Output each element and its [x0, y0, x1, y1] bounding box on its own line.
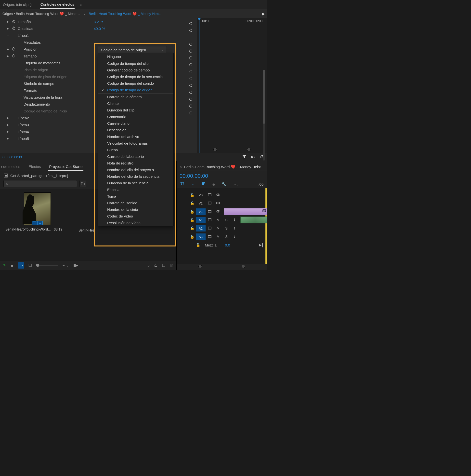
sync-lock-icon[interactable]	[206, 218, 214, 222]
dropdown-item[interactable]: Cliente	[98, 100, 173, 107]
dropdown-item[interactable]: Escena	[98, 186, 173, 193]
lock-icon[interactable]: 🔓	[196, 243, 200, 247]
stopwatch-icon[interactable]	[12, 26, 18, 31]
dropdown-item[interactable]: Nombre del clip del proyecto	[98, 167, 173, 173]
dropdown-item[interactable]: Ninguno	[98, 53, 173, 60]
param-linea1[interactable]: ⌄ Línea1	[0, 32, 197, 39]
dropdown-item[interactable]: Códec de vídeo	[98, 213, 173, 220]
lock-icon[interactable]: 🔓	[188, 226, 196, 230]
dropdown-item-selected[interactable]: Código de tiempo de origen	[98, 87, 173, 94]
panel-menu-icon[interactable]: ≡	[80, 2, 82, 7]
close-tab-icon[interactable]: ×	[179, 165, 182, 169]
pencil-icon[interactable]: ✎	[3, 263, 6, 268]
twirl-down-icon[interactable]: ⌄	[7, 34, 12, 37]
dropdown-item[interactable]: Carrete diario	[98, 120, 173, 127]
lock-icon[interactable]: 🔓	[188, 193, 196, 197]
lock-icon[interactable]: 🔓	[188, 201, 196, 205]
twirl-icon[interactable]: ▶	[7, 20, 12, 23]
scroll-thumb-right[interactable]	[242, 265, 245, 268]
freeform-view-icon[interactable]: ❏	[29, 263, 32, 268]
tab-effect-controls[interactable]: Controles de efectos	[40, 0, 75, 9]
mute-button[interactable]: M	[214, 235, 222, 238]
new-item-icon[interactable]: ❐	[162, 263, 165, 268]
reset-button[interactable]	[187, 82, 194, 89]
reset-button[interactable]	[187, 96, 194, 102]
sync-lock-icon[interactable]	[206, 235, 214, 239]
timeline-zoom-scroll[interactable]	[198, 148, 265, 151]
track-a1[interactable]: 🔓A1MS🎙	[177, 216, 267, 224]
tab-effects[interactable]: Efectos	[28, 163, 42, 170]
thumbnail-size-slider[interactable]	[36, 265, 58, 266]
list-view-icon[interactable]: ≣	[11, 263, 14, 268]
mix-value[interactable]: 0.0	[225, 243, 230, 247]
lock-icon[interactable]: 🔓	[188, 218, 196, 222]
twirl-icon[interactable]: ▶	[7, 137, 12, 140]
sync-lock-icon[interactable]	[206, 226, 214, 231]
wrench-icon[interactable]: 🔧	[222, 182, 227, 187]
reset-button[interactable]	[187, 102, 194, 109]
param-opacidad[interactable]: ▶ Opacidad 40.0 %	[0, 25, 197, 32]
video-clip[interactable]: fx	[224, 208, 267, 215]
chevron-down-icon[interactable]: ⌄	[83, 12, 86, 16]
mic-icon[interactable]: 🎙	[231, 226, 239, 230]
search-input[interactable]: ⌕	[3, 180, 77, 187]
mic-icon[interactable]: 🎙	[231, 235, 239, 238]
param-metadatos[interactable]: Metadatos	[0, 39, 197, 46]
sequence-zoom-scroll[interactable]	[177, 264, 267, 270]
param-value[interactable]: 3.2 %	[94, 20, 103, 24]
playhead[interactable]	[199, 18, 199, 153]
track-mix[interactable]: 🔓 Mezcla 0.0 ▶▌	[177, 241, 267, 249]
dropdown-item[interactable]: Comentario	[98, 113, 173, 120]
metadata-dropdown-list[interactable]: Ninguno Código de tiempo del clip Genera…	[98, 53, 174, 226]
source-clip-name[interactable]: Berlin-Heart-Touching-Word-❤️-_-Money-He…	[89, 12, 163, 16]
mute-button[interactable]: M	[214, 218, 222, 222]
dropdown-item[interactable]: Nota de registro	[98, 160, 173, 167]
track-label[interactable]: A1	[196, 217, 206, 223]
track-label[interactable]: V1	[196, 208, 206, 215]
dropdown-item[interactable]: Buena	[98, 147, 173, 153]
dropdown-item[interactable]: Nombre del clip de la secuencia	[98, 173, 173, 180]
track-label[interactable]: A2	[196, 225, 206, 232]
reset-button[interactable]	[187, 48, 194, 54]
clip-thumbnail[interactable]	[24, 192, 51, 225]
dropdown-item[interactable]: Carrete del laboratorio	[98, 153, 173, 160]
twirl-icon[interactable]: ▶	[7, 116, 12, 119]
search-icon[interactable]: ⌕	[147, 263, 150, 267]
dropdown-item[interactable]: Descripción	[98, 127, 173, 133]
dropdown-item[interactable]: Carrete de la cámara	[98, 94, 173, 100]
goto-end-icon[interactable]: ▶▌	[259, 243, 264, 247]
twirl-icon[interactable]: ▶	[7, 54, 12, 58]
reset-button[interactable]	[187, 27, 194, 34]
dropdown-item[interactable]: Toma	[98, 193, 173, 200]
goto-next-icon[interactable]: ▶♪	[251, 155, 256, 159]
track-v1[interactable]: 🔓V1fx	[177, 207, 267, 216]
reset-button[interactable]	[187, 20, 194, 27]
slider-knob[interactable]	[36, 264, 39, 267]
reset-button[interactable]	[187, 89, 194, 96]
trash-icon[interactable]: 🗑	[170, 263, 173, 267]
solo-button[interactable]: S	[222, 235, 231, 238]
twirl-icon[interactable]: ▶	[7, 123, 12, 126]
filter-icon[interactable]	[242, 155, 246, 159]
dropdown-item[interactable]: Duración del clip	[98, 107, 173, 113]
solo-button[interactable]: S	[222, 218, 231, 222]
twirl-icon[interactable]: ▶	[7, 48, 12, 51]
scrollbar-thumb[interactable]	[263, 70, 265, 124]
sequence-tracks[interactable]: 🔓V3 🔓V2 🔓V1fx 🔓A1MS🎙 🔓A2MS🎙 🔓A3MS🎙 🔓 Mez…	[177, 188, 267, 264]
current-timecode[interactable]: 00:00:00:00	[2, 155, 22, 159]
dropdown-item[interactable]: Nombre de la cinta	[98, 206, 173, 213]
track-a2[interactable]: 🔓A2MS🎙	[177, 224, 267, 233]
track-label[interactable]: A3	[196, 234, 206, 240]
scroll-thumb-right[interactable]	[247, 148, 250, 151]
dropdown-item[interactable]: Código de tiempo del sonido	[98, 80, 173, 87]
automate-icon[interactable]: ▮▶	[73, 263, 78, 268]
reset-button[interactable]	[187, 41, 194, 48]
project-clip-card[interactable]: Berlin-Heart-Touching-Word… 38:19	[5, 192, 69, 257]
param-value[interactable]: 40.0 %	[94, 27, 105, 31]
scroll-thumb-left[interactable]	[213, 148, 217, 151]
tab-origin[interactable]: Origen: (sin clips)	[2, 0, 32, 9]
mic-icon[interactable]: 🎙	[231, 218, 239, 222]
new-bin-icon[interactable]: 🗀	[154, 263, 158, 267]
track-v2[interactable]: 🔓V2	[177, 199, 267, 207]
keyframe-timeline[interactable]: :00:00 00:00:30:00	[197, 18, 267, 153]
